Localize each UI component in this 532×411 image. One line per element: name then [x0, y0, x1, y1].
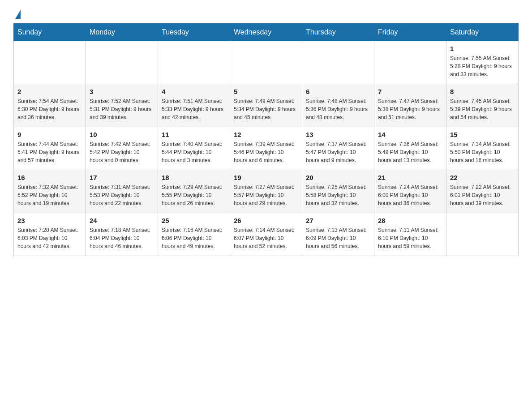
table-row: 19Sunrise: 7:27 AM Sunset: 5:57 PM Dayli… [230, 170, 302, 213]
day-info: Sunrise: 7:36 AM Sunset: 5:49 PM Dayligh… [378, 140, 442, 164]
day-info: Sunrise: 7:52 AM Sunset: 5:31 PM Dayligh… [90, 97, 154, 121]
day-number: 14 [378, 131, 442, 138]
table-row: 9Sunrise: 7:44 AM Sunset: 5:41 PM Daylig… [14, 127, 86, 170]
table-row: 27Sunrise: 7:13 AM Sunset: 6:09 PM Dayli… [302, 213, 374, 256]
table-row [86, 41, 158, 84]
day-number: 12 [234, 131, 298, 138]
day-info: Sunrise: 7:47 AM Sunset: 5:38 PM Dayligh… [378, 97, 442, 121]
day-number: 24 [90, 217, 154, 224]
calendar-week-row: 23Sunrise: 7:20 AM Sunset: 6:03 PM Dayli… [14, 213, 519, 256]
table-row [374, 41, 446, 84]
day-info: Sunrise: 7:55 AM Sunset: 5:28 PM Dayligh… [450, 54, 515, 78]
day-number: 9 [17, 131, 82, 138]
table-row: 3Sunrise: 7:52 AM Sunset: 5:31 PM Daylig… [86, 84, 158, 127]
table-row [230, 41, 302, 84]
col-friday: Friday [374, 24, 446, 41]
day-info: Sunrise: 7:49 AM Sunset: 5:34 PM Dayligh… [234, 97, 298, 121]
day-number: 16 [17, 174, 82, 181]
day-number: 23 [17, 217, 82, 224]
day-info: Sunrise: 7:22 AM Sunset: 6:01 PM Dayligh… [450, 183, 515, 207]
col-thursday: Thursday [302, 24, 374, 41]
table-row: 25Sunrise: 7:16 AM Sunset: 6:06 PM Dayli… [158, 213, 230, 256]
day-number: 6 [306, 88, 370, 95]
logo-triangle-icon [15, 10, 21, 19]
calendar-week-row: 1Sunrise: 7:55 AM Sunset: 5:28 PM Daylig… [14, 41, 519, 84]
day-number: 8 [450, 88, 515, 95]
col-tuesday: Tuesday [158, 24, 230, 41]
table-row: 13Sunrise: 7:37 AM Sunset: 5:47 PM Dayli… [302, 127, 374, 170]
day-info: Sunrise: 7:29 AM Sunset: 5:55 PM Dayligh… [162, 183, 226, 207]
day-info: Sunrise: 7:20 AM Sunset: 6:03 PM Dayligh… [17, 226, 82, 250]
col-wednesday: Wednesday [230, 24, 302, 41]
day-info: Sunrise: 7:39 AM Sunset: 5:46 PM Dayligh… [234, 140, 298, 164]
day-number: 11 [162, 131, 226, 138]
table-row: 14Sunrise: 7:36 AM Sunset: 5:49 PM Dayli… [374, 127, 446, 170]
day-info: Sunrise: 7:32 AM Sunset: 5:52 PM Dayligh… [17, 183, 82, 207]
day-info: Sunrise: 7:25 AM Sunset: 5:58 PM Dayligh… [306, 183, 370, 207]
calendar-table: Sunday Monday Tuesday Wednesday Thursday… [13, 23, 519, 256]
table-row: 8Sunrise: 7:45 AM Sunset: 5:39 PM Daylig… [446, 84, 519, 127]
day-info: Sunrise: 7:42 AM Sunset: 5:42 PM Dayligh… [90, 140, 154, 164]
table-row: 7Sunrise: 7:47 AM Sunset: 5:38 PM Daylig… [374, 84, 446, 127]
day-number: 17 [90, 174, 154, 181]
calendar-week-row: 16Sunrise: 7:32 AM Sunset: 5:52 PM Dayli… [14, 170, 519, 213]
day-number: 28 [378, 217, 442, 224]
table-row: 26Sunrise: 7:14 AM Sunset: 6:07 PM Dayli… [230, 213, 302, 256]
table-row: 10Sunrise: 7:42 AM Sunset: 5:42 PM Dayli… [86, 127, 158, 170]
day-number: 5 [234, 88, 298, 95]
day-number: 2 [17, 88, 82, 95]
page-header [13, 9, 519, 19]
day-number: 22 [450, 174, 515, 181]
day-number: 21 [378, 174, 442, 181]
table-row: 20Sunrise: 7:25 AM Sunset: 5:58 PM Dayli… [302, 170, 374, 213]
day-info: Sunrise: 7:54 AM Sunset: 5:30 PM Dayligh… [17, 97, 82, 121]
calendar-header-row: Sunday Monday Tuesday Wednesday Thursday… [14, 24, 519, 41]
calendar-week-row: 9Sunrise: 7:44 AM Sunset: 5:41 PM Daylig… [14, 127, 519, 170]
day-info: Sunrise: 7:24 AM Sunset: 6:00 PM Dayligh… [378, 183, 442, 207]
day-info: Sunrise: 7:44 AM Sunset: 5:41 PM Dayligh… [17, 140, 82, 164]
day-info: Sunrise: 7:16 AM Sunset: 6:06 PM Dayligh… [162, 226, 226, 250]
day-number: 27 [306, 217, 370, 224]
day-number: 20 [306, 174, 370, 181]
col-saturday: Saturday [446, 24, 519, 41]
table-row: 2Sunrise: 7:54 AM Sunset: 5:30 PM Daylig… [14, 84, 86, 127]
table-row: 21Sunrise: 7:24 AM Sunset: 6:00 PM Dayli… [374, 170, 446, 213]
day-number: 1 [450, 45, 515, 52]
day-number: 4 [162, 88, 226, 95]
day-number: 7 [378, 88, 442, 95]
day-info: Sunrise: 7:48 AM Sunset: 5:36 PM Dayligh… [306, 97, 370, 121]
table-row: 12Sunrise: 7:39 AM Sunset: 5:46 PM Dayli… [230, 127, 302, 170]
day-number: 18 [162, 174, 226, 181]
table-row: 17Sunrise: 7:31 AM Sunset: 5:53 PM Dayli… [86, 170, 158, 213]
table-row: 23Sunrise: 7:20 AM Sunset: 6:03 PM Dayli… [14, 213, 86, 256]
day-info: Sunrise: 7:31 AM Sunset: 5:53 PM Dayligh… [90, 183, 154, 207]
table-row: 5Sunrise: 7:49 AM Sunset: 5:34 PM Daylig… [230, 84, 302, 127]
col-sunday: Sunday [14, 24, 86, 41]
day-info: Sunrise: 7:34 AM Sunset: 5:50 PM Dayligh… [450, 140, 515, 164]
day-number: 19 [234, 174, 298, 181]
day-number: 3 [90, 88, 154, 95]
day-info: Sunrise: 7:11 AM Sunset: 6:10 PM Dayligh… [378, 226, 442, 250]
day-info: Sunrise: 7:27 AM Sunset: 5:57 PM Dayligh… [234, 183, 298, 207]
table-row [14, 41, 86, 84]
table-row: 28Sunrise: 7:11 AM Sunset: 6:10 PM Dayli… [374, 213, 446, 256]
day-number: 10 [90, 131, 154, 138]
day-info: Sunrise: 7:45 AM Sunset: 5:39 PM Dayligh… [450, 97, 515, 121]
table-row: 22Sunrise: 7:22 AM Sunset: 6:01 PM Dayli… [446, 170, 519, 213]
table-row: 16Sunrise: 7:32 AM Sunset: 5:52 PM Dayli… [14, 170, 86, 213]
table-row [446, 213, 519, 256]
col-monday: Monday [86, 24, 158, 41]
day-info: Sunrise: 7:18 AM Sunset: 6:04 PM Dayligh… [90, 226, 154, 250]
day-info: Sunrise: 7:40 AM Sunset: 5:44 PM Dayligh… [162, 140, 226, 164]
table-row: 24Sunrise: 7:18 AM Sunset: 6:04 PM Dayli… [86, 213, 158, 256]
logo [13, 9, 21, 19]
table-row: 1Sunrise: 7:55 AM Sunset: 5:28 PM Daylig… [446, 41, 519, 84]
day-info: Sunrise: 7:51 AM Sunset: 5:33 PM Dayligh… [162, 97, 226, 121]
day-info: Sunrise: 7:14 AM Sunset: 6:07 PM Dayligh… [234, 226, 298, 250]
table-row: 18Sunrise: 7:29 AM Sunset: 5:55 PM Dayli… [158, 170, 230, 213]
day-number: 15 [450, 131, 515, 138]
table-row: 11Sunrise: 7:40 AM Sunset: 5:44 PM Dayli… [158, 127, 230, 170]
day-number: 13 [306, 131, 370, 138]
table-row: 6Sunrise: 7:48 AM Sunset: 5:36 PM Daylig… [302, 84, 374, 127]
day-info: Sunrise: 7:37 AM Sunset: 5:47 PM Dayligh… [306, 140, 370, 164]
